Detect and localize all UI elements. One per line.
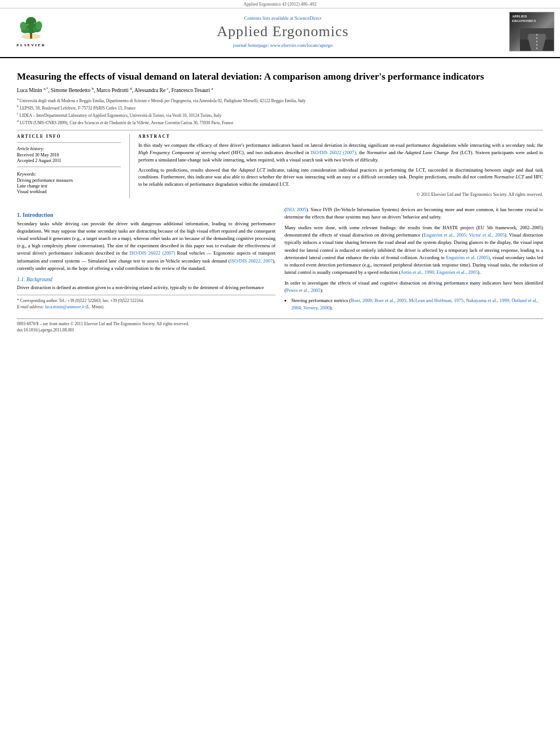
- authors-line: Luca Minin a,*, Simone Benedetto b, Marc…: [17, 86, 543, 93]
- right-para-1: (ISO, 2005). Since IVIS (In-Vehicle Info…: [285, 206, 543, 221]
- svg-point-6: [36, 21, 42, 29]
- journal-homepage: journal homepage: www.elsevier.com/locat…: [56, 42, 509, 48]
- sciencedirect-link[interactable]: ScienceDirect: [295, 15, 322, 21]
- elsevier-tree-icon: [16, 16, 47, 42]
- journal-header: Applied Ergonomics 43 (2012) 486–492 ELS…: [0, 0, 560, 58]
- footnote-section: * Corresponding author. Tel.: +39 (0)522…: [17, 295, 275, 311]
- svg-point-9: [34, 22, 36, 24]
- footer-line-2: doi:10.1016/j.apergo.2011.08.001: [17, 327, 543, 333]
- journal-title-block: Contents lists available at ScienceDirec…: [56, 15, 509, 48]
- history-label: Article history:: [17, 146, 121, 151]
- footer-line-1: 0003-6870/$ – see front matter © 2011 El…: [17, 321, 543, 326]
- footnote-corresponding: * Corresponding author. Tel.: +39 (0)522…: [17, 298, 275, 311]
- svg-point-8: [26, 24, 28, 26]
- journal-name: Applied Ergonomics: [56, 23, 509, 40]
- keyword-1: Driving performance measures: [17, 178, 121, 183]
- section-1-title: 1. Introduction: [17, 212, 275, 218]
- journal-banner: ELSEVIER Contents lists available at Sci…: [0, 8, 560, 55]
- contents-line: Contents lists available at ScienceDirec…: [56, 15, 509, 21]
- copyright-line: © 2011 Elsevier Ltd and The Ergonomics S…: [138, 191, 543, 198]
- article-info-panel: ARTICLE INFO Article history: Received 3…: [17, 134, 130, 198]
- journal-citation: Applied Ergonomics 43 (2012) 486–492: [243, 2, 317, 7]
- article-content: Measuring the effects of visual demand o…: [0, 58, 560, 339]
- elsevier-label: ELSEVIER: [16, 43, 45, 47]
- article-info-heading: ARTICLE INFO: [17, 134, 121, 139]
- left-column: 1. Introduction Secondary tasks while dr…: [17, 206, 275, 313]
- received-date: Received 30 May 2010: [17, 152, 121, 158]
- right-column: (ISO, 2005). Since IVIS (In-Vehicle Info…: [285, 206, 543, 313]
- info-abstract-row: ARTICLE INFO Article history: Received 3…: [17, 130, 543, 198]
- keyword-2: Lane change test: [17, 184, 121, 189]
- affiliations: a Università degli studi di Modena e Reg…: [17, 97, 543, 125]
- keywords-label: Keywords:: [17, 172, 121, 177]
- subsection-1-1-title: 1.1. Background: [17, 277, 275, 282]
- list-item-1: Steering performance metrics (Boer, 2000…: [291, 297, 543, 312]
- intro-paragraph-1: Secondary tasks while driving can provid…: [17, 220, 275, 272]
- body-columns: 1. Introduction Secondary tasks while dr…: [17, 206, 543, 313]
- keywords-section: Keywords: Driving performance measures L…: [17, 172, 121, 194]
- right-para-3: In order to investigate the effects of v…: [285, 279, 543, 294]
- elsevier-logo: ELSEVIER: [6, 16, 56, 47]
- indicators-list: Steering performance metrics (Boer, 2000…: [291, 297, 543, 312]
- accepted-date: Accepted 2 August 2011: [17, 158, 121, 163]
- abstract-text: In this study we compare the efficacy of…: [138, 142, 543, 198]
- cover-road-icon: [520, 28, 554, 51]
- svg-point-5: [20, 21, 26, 30]
- right-para-2: Many studies were done, with some releva…: [285, 224, 543, 276]
- page-footer: 0003-6870/$ – see front matter © 2011 El…: [17, 318, 543, 333]
- abstract-heading: ABSTRACT: [138, 134, 543, 139]
- badge-text: APPLIED ERGONOMICS: [512, 15, 536, 24]
- journal-top-bar: Applied Ergonomics 43 (2012) 486–492: [0, 0, 560, 8]
- article-title: Measuring the effects of visual demand o…: [17, 71, 543, 83]
- keyword-3: Visual workload: [17, 189, 121, 194]
- abstract-section: ABSTRACT In this study we compare the ef…: [130, 134, 543, 198]
- journal-cover-image: APPLIED ERGONOMICS: [509, 12, 554, 51]
- background-paragraph-1: Driver distraction is defined as attenti…: [17, 284, 275, 291]
